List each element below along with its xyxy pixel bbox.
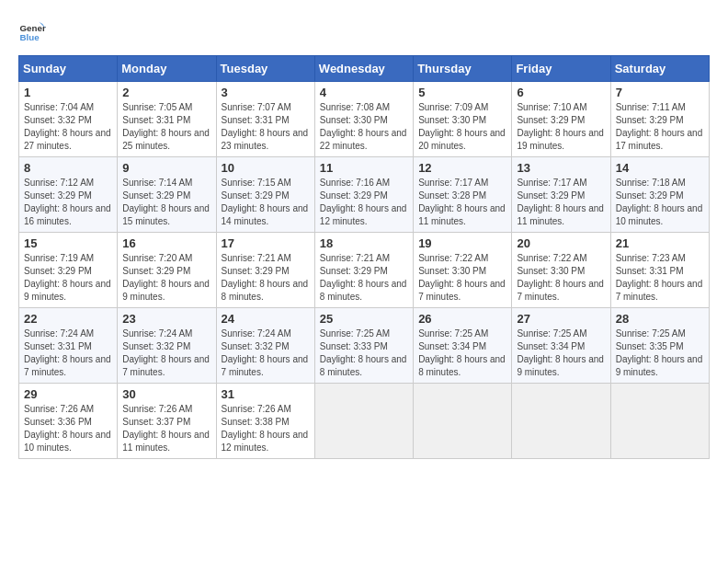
logo-icon: General Blue [18, 18, 46, 46]
column-header-sunday: Sunday [19, 56, 118, 82]
calendar-week-row: 1Sunrise: 7:04 AMSunset: 3:32 PMDaylight… [19, 82, 710, 157]
day-number: 1 [24, 86, 112, 99]
day-number: 29 [24, 387, 112, 401]
day-number: 17 [222, 236, 310, 250]
day-number: 6 [517, 86, 605, 99]
day-number: 3 [222, 86, 310, 99]
page-header: General Blue [18, 18, 710, 46]
day-info: Sunrise: 7:26 AMSunset: 3:36 PMDaylight:… [24, 403, 112, 454]
column-header-monday: Monday [118, 56, 216, 82]
calendar-cell [512, 384, 610, 459]
day-info: Sunrise: 7:25 AMSunset: 3:34 PMDaylight:… [418, 327, 506, 379]
day-number: 13 [517, 161, 605, 175]
column-header-wednesday: Wednesday [314, 56, 413, 82]
calendar-cell: 3Sunrise: 7:07 AMSunset: 3:31 PMDaylight… [216, 82, 314, 157]
day-number: 14 [616, 161, 704, 175]
day-number: 31 [222, 387, 310, 401]
column-header-tuesday: Tuesday [216, 56, 314, 82]
day-info: Sunrise: 7:17 AMSunset: 3:29 PMDaylight:… [517, 177, 605, 228]
day-info: Sunrise: 7:24 AMSunset: 3:31 PMDaylight:… [24, 327, 112, 379]
day-info: Sunrise: 7:18 AMSunset: 3:29 PMDaylight:… [616, 177, 704, 228]
calendar-week-row: 15Sunrise: 7:19 AMSunset: 3:29 PMDayligh… [19, 233, 710, 308]
day-info: Sunrise: 7:25 AMSunset: 3:35 PMDaylight:… [616, 327, 704, 379]
calendar-cell: 18Sunrise: 7:21 AMSunset: 3:29 PMDayligh… [314, 233, 413, 308]
day-number: 12 [418, 161, 506, 175]
column-header-thursday: Thursday [414, 56, 512, 82]
calendar-cell: 12Sunrise: 7:17 AMSunset: 3:28 PMDayligh… [414, 157, 512, 233]
day-info: Sunrise: 7:07 AMSunset: 3:31 PMDaylight:… [222, 101, 310, 153]
calendar-cell: 7Sunrise: 7:11 AMSunset: 3:29 PMDaylight… [610, 82, 709, 157]
day-info: Sunrise: 7:20 AMSunset: 3:29 PMDaylight:… [122, 252, 210, 304]
day-number: 5 [418, 86, 506, 99]
calendar-cell: 1Sunrise: 7:04 AMSunset: 3:32 PMDaylight… [19, 82, 118, 157]
day-info: Sunrise: 7:26 AMSunset: 3:37 PMDaylight:… [122, 403, 210, 454]
calendar-cell: 27Sunrise: 7:25 AMSunset: 3:34 PMDayligh… [512, 308, 610, 384]
calendar-cell: 26Sunrise: 7:25 AMSunset: 3:34 PMDayligh… [414, 308, 512, 384]
day-info: Sunrise: 7:21 AMSunset: 3:29 PMDaylight:… [320, 252, 408, 304]
calendar-cell: 19Sunrise: 7:22 AMSunset: 3:30 PMDayligh… [414, 233, 512, 308]
calendar-cell: 13Sunrise: 7:17 AMSunset: 3:29 PMDayligh… [512, 157, 610, 233]
day-info: Sunrise: 7:05 AMSunset: 3:31 PMDaylight:… [122, 101, 210, 153]
calendar-cell: 6Sunrise: 7:10 AMSunset: 3:29 PMDaylight… [512, 82, 610, 157]
calendar-cell: 14Sunrise: 7:18 AMSunset: 3:29 PMDayligh… [610, 157, 709, 233]
calendar-cell: 25Sunrise: 7:25 AMSunset: 3:33 PMDayligh… [314, 308, 413, 384]
day-info: Sunrise: 7:12 AMSunset: 3:29 PMDaylight:… [24, 177, 112, 228]
day-info: Sunrise: 7:15 AMSunset: 3:29 PMDaylight:… [222, 177, 310, 228]
day-number: 15 [24, 236, 112, 250]
day-number: 4 [320, 86, 408, 99]
day-number: 25 [320, 312, 408, 326]
calendar-cell: 31Sunrise: 7:26 AMSunset: 3:38 PMDayligh… [216, 384, 314, 459]
day-number: 24 [222, 312, 310, 326]
calendar-table: SundayMondayTuesdayWednesdayThursdayFrid… [18, 55, 710, 459]
day-number: 11 [320, 161, 408, 175]
day-info: Sunrise: 7:14 AMSunset: 3:29 PMDaylight:… [122, 177, 210, 228]
day-number: 16 [122, 236, 210, 250]
day-info: Sunrise: 7:16 AMSunset: 3:29 PMDaylight:… [320, 177, 408, 228]
day-info: Sunrise: 7:11 AMSunset: 3:29 PMDaylight:… [616, 101, 704, 153]
day-info: Sunrise: 7:09 AMSunset: 3:30 PMDaylight:… [418, 101, 506, 153]
day-number: 28 [616, 312, 704, 326]
day-number: 2 [122, 86, 210, 99]
calendar-week-row: 22Sunrise: 7:24 AMSunset: 3:31 PMDayligh… [19, 308, 710, 384]
calendar-cell: 20Sunrise: 7:22 AMSunset: 3:30 PMDayligh… [512, 233, 610, 308]
calendar-cell [314, 384, 413, 459]
day-info: Sunrise: 7:25 AMSunset: 3:33 PMDaylight:… [320, 327, 408, 379]
calendar-cell: 22Sunrise: 7:24 AMSunset: 3:31 PMDayligh… [19, 308, 118, 384]
day-number: 19 [418, 236, 506, 250]
calendar-cell [610, 384, 709, 459]
calendar-cell: 30Sunrise: 7:26 AMSunset: 3:37 PMDayligh… [118, 384, 216, 459]
calendar-week-row: 29Sunrise: 7:26 AMSunset: 3:36 PMDayligh… [19, 384, 710, 459]
day-number: 27 [517, 312, 605, 326]
day-info: Sunrise: 7:10 AMSunset: 3:29 PMDaylight:… [517, 101, 605, 153]
logo: General Blue [18, 18, 46, 46]
calendar-cell: 15Sunrise: 7:19 AMSunset: 3:29 PMDayligh… [19, 233, 118, 308]
calendar-cell: 23Sunrise: 7:24 AMSunset: 3:32 PMDayligh… [118, 308, 216, 384]
calendar-cell: 17Sunrise: 7:21 AMSunset: 3:29 PMDayligh… [216, 233, 314, 308]
calendar-cell: 2Sunrise: 7:05 AMSunset: 3:31 PMDaylight… [118, 82, 216, 157]
calendar-cell: 5Sunrise: 7:09 AMSunset: 3:30 PMDaylight… [414, 82, 512, 157]
day-info: Sunrise: 7:25 AMSunset: 3:34 PMDaylight:… [517, 327, 605, 379]
day-info: Sunrise: 7:26 AMSunset: 3:38 PMDaylight:… [222, 403, 310, 454]
day-number: 18 [320, 236, 408, 250]
day-number: 7 [616, 86, 704, 99]
day-info: Sunrise: 7:23 AMSunset: 3:31 PMDaylight:… [616, 252, 704, 304]
day-number: 26 [418, 312, 506, 326]
day-number: 9 [122, 161, 210, 175]
day-number: 23 [122, 312, 210, 326]
day-info: Sunrise: 7:24 AMSunset: 3:32 PMDaylight:… [122, 327, 210, 379]
day-info: Sunrise: 7:04 AMSunset: 3:32 PMDaylight:… [24, 101, 112, 153]
day-number: 10 [222, 161, 310, 175]
day-info: Sunrise: 7:17 AMSunset: 3:28 PMDaylight:… [418, 177, 506, 228]
calendar-cell: 10Sunrise: 7:15 AMSunset: 3:29 PMDayligh… [216, 157, 314, 233]
day-number: 30 [122, 387, 210, 401]
day-number: 20 [517, 236, 605, 250]
column-header-friday: Friday [512, 56, 610, 82]
day-number: 22 [24, 312, 112, 326]
calendar-cell: 28Sunrise: 7:25 AMSunset: 3:35 PMDayligh… [610, 308, 709, 384]
column-header-saturday: Saturday [610, 56, 709, 82]
calendar-cell: 11Sunrise: 7:16 AMSunset: 3:29 PMDayligh… [314, 157, 413, 233]
svg-text:Blue: Blue [20, 32, 40, 42]
calendar-cell: 24Sunrise: 7:24 AMSunset: 3:32 PMDayligh… [216, 308, 314, 384]
calendar-cell: 4Sunrise: 7:08 AMSunset: 3:30 PMDaylight… [314, 82, 413, 157]
calendar-cell [414, 384, 512, 459]
